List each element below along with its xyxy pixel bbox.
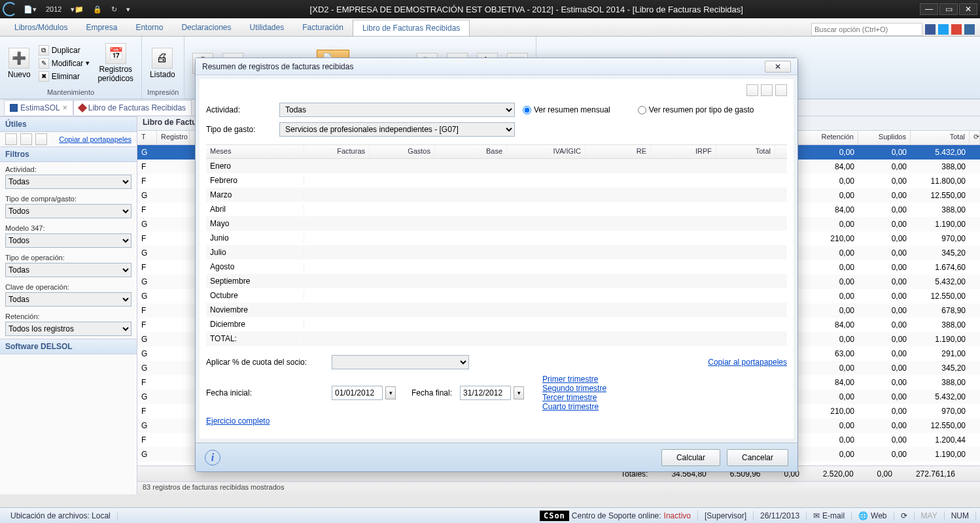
calcular-button[interactable]: Calcular (661, 449, 720, 466)
registros-periodicos-button[interactable]: 📅 Registrosperiódicos (95, 41, 136, 85)
copiar-portapapeles-link-modal[interactable]: Copiar al portapapeles (708, 358, 787, 367)
ribbon-tab[interactable]: Entorno (126, 20, 172, 36)
ribbon-tab[interactable]: Libro de Facturas Recibidas (353, 20, 470, 36)
eliminar-button[interactable]: ✖Eliminar (37, 71, 92, 82)
ribbon-tab[interactable]: Libros/Módulos (5, 20, 77, 36)
search-input[interactable] (811, 23, 922, 36)
fb-icon[interactable] (925, 24, 936, 35)
month-row[interactable]: Octubre (206, 288, 787, 303)
col-total[interactable]: Total (911, 131, 970, 144)
filter-347-select[interactable]: Todos (5, 233, 131, 248)
cuota-select[interactable] (332, 355, 469, 369)
edit-icon: ✎ (39, 58, 49, 69)
ribbon-tab[interactable]: Utilidades (240, 20, 293, 36)
col-retencion[interactable]: Retención (806, 131, 858, 144)
filter-347-label: Modelo 347: (0, 221, 137, 233)
info-icon[interactable]: i (205, 450, 220, 465)
dialog-close-button[interactable]: ✕ (765, 61, 791, 73)
doctab-estimasol[interactable]: EstimaSOL × (4, 100, 73, 115)
modificar-button[interactable]: ✎Modificar ▾ (37, 58, 92, 69)
filter-clave-op-select[interactable]: Todas (5, 292, 131, 307)
qat-doc-icon[interactable]: 📄▾ (21, 4, 39, 15)
radio-tipo-gasto[interactable] (638, 106, 646, 114)
date-dropdown-icon-2[interactable]: ▾ (514, 386, 524, 399)
qat-more-icon[interactable]: ▾ (124, 4, 133, 15)
ribbon-tab[interactable]: Facturación (293, 20, 353, 36)
modal-icon-3[interactable] (775, 84, 787, 96)
status-user: [Supervisor] (698, 511, 754, 520)
ribbon-tab[interactable]: Empresa (77, 20, 126, 36)
util-icon-1[interactable] (5, 133, 17, 145)
copiar-portapapeles-link[interactable]: Copiar al portapapeles (59, 135, 131, 143)
fecha-final-input[interactable] (460, 386, 511, 400)
month-row[interactable]: Junio (206, 231, 787, 245)
trimestre-link[interactable]: Segundo trimestre (542, 384, 606, 393)
month-row[interactable]: Septiembre (206, 274, 787, 288)
month-col-header[interactable]: IVA/IGIC (507, 145, 586, 158)
actividad-select[interactable]: Todas (279, 103, 515, 117)
month-col-header[interactable]: Base (435, 145, 507, 158)
tipo-gasto-select[interactable]: Servicios de profesionales independiente… (279, 122, 515, 137)
filter-retencion-select[interactable]: Todos los registros (5, 322, 131, 336)
month-row[interactable]: Julio (206, 245, 787, 260)
totals-v5: 0,00 (866, 469, 904, 479)
col-t[interactable]: T (137, 131, 157, 144)
cancelar-button[interactable]: Cancelar (727, 449, 788, 466)
fecha-final-label: Fecha final: (411, 388, 452, 397)
filter-tipo-op-select[interactable]: Todas (5, 263, 131, 277)
util-icon-3[interactable] (35, 133, 47, 145)
close-button[interactable]: ✕ (959, 3, 977, 15)
nuevo-button[interactable]: ➕ Nuevo (5, 45, 33, 82)
month-row[interactable]: Mayo (206, 216, 787, 231)
dialog-titlebar: Resumen de registros de facturas recibid… (196, 58, 797, 75)
refresh-col-icon[interactable]: ⟳ (970, 131, 980, 144)
month-row[interactable]: TOTAL: (206, 331, 787, 346)
month-row[interactable]: Agosto (206, 260, 787, 274)
month-row[interactable]: Noviembre (206, 303, 787, 317)
trimestre-link[interactable]: Cuarto trimestre (542, 402, 606, 411)
status-email[interactable]: ✉ E-mail (807, 511, 852, 520)
trimestre-link[interactable]: Primer trimestre (542, 375, 606, 384)
filter-actividad-select[interactable]: Todas (5, 175, 131, 189)
fecha-inicial-input[interactable] (332, 386, 383, 400)
modal-icon-1[interactable] (746, 84, 758, 96)
filter-tipo-compra-select[interactable]: Todos (5, 204, 131, 218)
gplus-icon[interactable] (951, 24, 962, 35)
month-col-header[interactable]: Meses (206, 145, 304, 158)
month-row[interactable]: Diciembre (206, 317, 787, 331)
month-col-header[interactable]: Total (716, 145, 775, 158)
ribbon-tab[interactable]: Declaraciones (172, 20, 240, 36)
status-web[interactable]: 🌐 Web (852, 511, 894, 520)
month-col-header[interactable]: Gastos (370, 145, 435, 158)
duplicar-button[interactable]: ⧉Duplicar (37, 44, 92, 56)
qat-year[interactable]: 2012 (43, 4, 64, 14)
qat-folder-icon[interactable]: ▾📁 (68, 4, 86, 15)
status-refresh-icon[interactable]: ⟳ (894, 511, 915, 520)
ejercicio-completo-link[interactable]: Ejercicio completo (206, 416, 270, 426)
radio-mensual[interactable] (523, 106, 531, 114)
util-icon-2[interactable] (20, 133, 32, 145)
maximize-button[interactable]: ▭ (939, 3, 958, 15)
month-col-header[interactable]: Facturas (304, 145, 370, 158)
listado-button[interactable]: 🖨 Listado (147, 45, 178, 82)
col-registro[interactable]: Registro (157, 131, 190, 144)
qat-lock-icon[interactable]: 🔒 (90, 4, 105, 15)
month-row[interactable]: Marzo (206, 188, 787, 202)
date-dropdown-icon[interactable]: ▾ (385, 386, 396, 399)
qat-refresh-icon[interactable]: ↻ (109, 4, 120, 15)
help-icon[interactable] (964, 24, 975, 35)
delete-icon: ✖ (39, 71, 49, 82)
dialog-footer: i Calcular Cancelar (196, 443, 797, 471)
minimize-button[interactable]: — (920, 3, 938, 15)
doctab-libro[interactable]: Libro de Facturas Recibidas (73, 100, 192, 115)
month-row[interactable]: Abril (206, 202, 787, 216)
month-col-header[interactable]: IRPF (651, 145, 716, 158)
modal-icon-2[interactable] (761, 84, 773, 96)
tw-icon[interactable] (938, 24, 949, 35)
month-col-header[interactable]: RE (586, 145, 651, 158)
col-suplidos[interactable]: Suplidos (858, 131, 911, 144)
close-tab-icon[interactable]: × (63, 103, 67, 112)
month-row[interactable]: Febrero (206, 173, 787, 188)
trimestre-link[interactable]: Tercer trimestre (542, 393, 606, 402)
month-row[interactable]: Enero (206, 159, 787, 173)
